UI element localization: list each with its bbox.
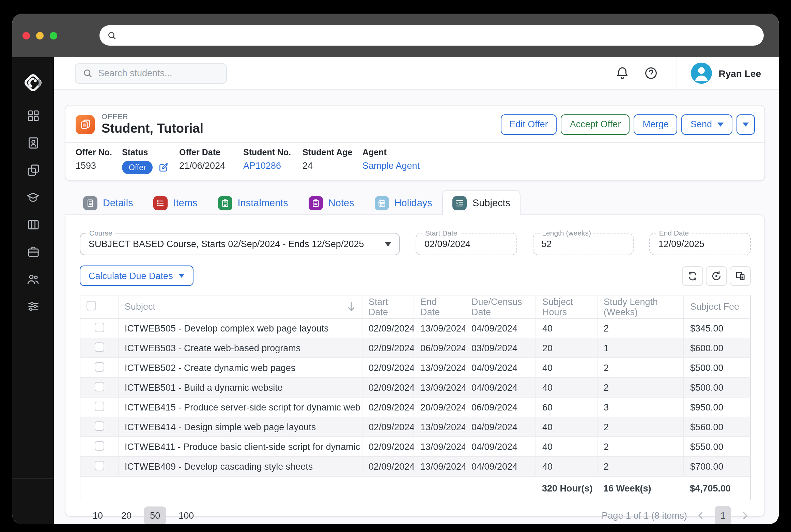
row-checkbox[interactable] <box>94 322 104 332</box>
avatar[interactable] <box>691 63 712 84</box>
row-checkbox[interactable] <box>94 421 104 431</box>
column-chooser-button[interactable] <box>730 266 751 286</box>
row-select-cell <box>80 397 118 417</box>
table-row: ICTWEB501 - Build a dynamic website02/09… <box>80 377 750 397</box>
pagination-bar: 102050100 Page 1 of 1 (8 items) 1 <box>80 502 751 524</box>
cell: $500.00 <box>684 358 750 377</box>
page-content: OFFER Student, Tutorial Edit OfferAccept… <box>54 90 779 524</box>
row-checkbox[interactable] <box>94 461 104 470</box>
send-button[interactable]: Send <box>682 114 732 134</box>
help-icon[interactable] <box>640 62 663 85</box>
length-weeks-field: Length (weeks) 52 <box>532 233 634 255</box>
minimize-button[interactable] <box>36 32 44 39</box>
row-checkbox[interactable] <box>94 342 104 352</box>
sidebar-item-contacts-icon[interactable] <box>26 135 41 150</box>
more-actions-button[interactable] <box>736 114 755 134</box>
cell: ICTWEB414 - Design simple web page layou… <box>118 417 362 437</box>
student-search[interactable] <box>75 63 227 83</box>
sidebar-item-timetables-icon[interactable] <box>26 217 41 231</box>
table-row: ICTWEB415 - Produce server-side script f… <box>80 397 750 417</box>
accept-offer-button[interactable]: Accept Offer <box>561 114 630 134</box>
app-logo-icon[interactable] <box>21 71 45 97</box>
close-button[interactable] <box>22 32 30 39</box>
edit-status-icon[interactable] <box>158 162 169 173</box>
history-button[interactable] <box>706 266 727 286</box>
info-link[interactable]: Sample Agent <box>362 161 420 171</box>
cell: 02/09/2024 <box>362 456 414 476</box>
cell: ICTWEB503 - Create web-based programs <box>118 338 362 358</box>
tab-notes[interactable]: Notes <box>298 190 365 215</box>
chevron-right-icon[interactable] <box>739 510 751 521</box>
sidebar-item-agents-icon[interactable] <box>26 272 41 286</box>
page-size-20[interactable]: 20 <box>115 506 138 524</box>
notifications-bell-icon[interactable] <box>611 62 634 85</box>
offer-info-agent: AgentSample Agent <box>362 148 444 174</box>
row-select-cell <box>80 377 118 397</box>
merge-button[interactable]: Merge <box>634 114 678 134</box>
zoom-button[interactable] <box>50 32 57 39</box>
tab-details[interactable]: Details <box>73 190 143 215</box>
user-name: Ryan Lee <box>719 68 761 79</box>
page-size-50[interactable]: 50 <box>144 506 166 524</box>
calculate-due-dates-button[interactable]: Calculate Due Dates <box>80 265 193 286</box>
row-select-cell <box>80 437 118 456</box>
row-checkbox[interactable] <box>94 362 104 371</box>
cell: 13/09/2024 <box>414 358 465 377</box>
cell: 13/09/2024 <box>414 456 465 476</box>
cell: 02/09/2024 <box>362 318 414 338</box>
cell: 02/09/2024 <box>362 338 414 358</box>
page-size-10[interactable]: 10 <box>87 506 109 524</box>
cell: 2 <box>597 456 684 476</box>
sidebar-item-services-icon[interactable] <box>26 244 41 259</box>
search-input[interactable] <box>98 68 214 78</box>
cell: 06/09/2024 <box>414 338 465 358</box>
course-value: SUBJECT BASED Course, Starts 02/Sep/2024… <box>89 239 364 249</box>
page-size-100[interactable]: 100 <box>172 506 200 524</box>
sort-descending-icon <box>347 302 356 312</box>
browser-address-bar[interactable] <box>99 25 764 46</box>
select-all-checkbox[interactable] <box>87 301 96 310</box>
cell: 13/09/2024 <box>414 417 465 437</box>
course-select[interactable]: Course SUBJECT BASED Course, Starts 02/S… <box>80 233 400 255</box>
column-header: Subject Hours <box>536 295 597 318</box>
info-link[interactable]: AP10286 <box>243 161 281 171</box>
row-checkbox[interactable] <box>94 401 104 411</box>
cell: ICTWEB505 - Develop complex web page lay… <box>118 318 362 338</box>
items-icon <box>154 196 168 210</box>
cell: 40 <box>536 417 597 437</box>
refresh-button[interactable] <box>682 266 703 286</box>
row-select-cell <box>80 318 118 338</box>
sidebar-item-dashboard-icon[interactable] <box>26 108 41 123</box>
cell: 60 <box>536 397 597 417</box>
info-label: Offer Date <box>179 148 243 157</box>
status-badge: Offer <box>122 161 153 174</box>
cell: 02/09/2024 <box>362 417 414 437</box>
current-page-button[interactable]: 1 <box>715 505 731 524</box>
tab-label: Subjects <box>472 197 510 208</box>
total-weeks: 16 Week(s) <box>597 476 684 500</box>
screen-background: Ryan Lee OFFER Student, Tutorial <box>0 0 791 532</box>
cell: 40 <box>536 358 597 377</box>
info-text: 24 <box>303 161 313 171</box>
sidebar-item-offers-icon[interactable] <box>26 163 41 177</box>
column-header[interactable]: Subject <box>118 295 362 318</box>
tab-instalments[interactable]: Instalments <box>208 190 298 215</box>
sidebar-item-courses-icon[interactable] <box>26 190 41 204</box>
cell: 03/09/2024 <box>465 338 536 358</box>
cell: 13/09/2024 <box>414 377 465 397</box>
app-window: Ryan Lee OFFER Student, Tutorial <box>12 14 779 524</box>
cell: 02/09/2024 <box>362 377 414 397</box>
tab-items[interactable]: Items <box>143 190 208 215</box>
tab-subjects[interactable]: Subjects <box>443 190 521 215</box>
sidebar-nav <box>26 108 41 313</box>
edit-offer-button[interactable]: Edit Offer <box>500 114 557 134</box>
row-checkbox[interactable] <box>94 441 104 450</box>
row-checkbox[interactable] <box>94 382 104 391</box>
chevron-left-icon[interactable] <box>695 510 707 521</box>
sidebar-item-settings-icon[interactable] <box>26 299 41 313</box>
tab-holidays[interactable]: Holidays <box>365 190 443 215</box>
details-icon <box>83 196 97 210</box>
subjects-icon <box>453 196 467 210</box>
cell: ICTWEB501 - Build a dynamic website <box>118 377 362 397</box>
info-value: Offer <box>122 161 179 174</box>
